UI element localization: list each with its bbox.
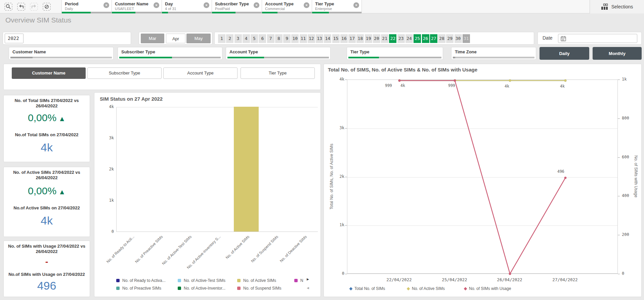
day-cell-21[interactable]: 21 <box>381 34 388 43</box>
chip-close-icon[interactable]: × <box>254 2 259 8</box>
chip-customer-name[interactable]: Customer NameUSAFLEET× <box>112 0 162 13</box>
chip-close-icon[interactable]: × <box>103 2 109 8</box>
kpi-change: - <box>4 256 90 267</box>
x-category-label: No. of Preactive SIMs <box>134 235 164 264</box>
chip-selection-bar <box>212 12 262 13</box>
chip-close-icon[interactable]: × <box>353 2 359 8</box>
tab-tier-type[interactable]: Tier Type <box>241 67 315 79</box>
filter-listbox-time-zone[interactable]: Time Zone <box>451 47 536 60</box>
chip-close-icon[interactable]: × <box>154 2 159 8</box>
month-may[interactable]: May <box>186 34 211 43</box>
date-input[interactable] <box>558 34 637 43</box>
selections-button[interactable]: Selections <box>590 0 644 13</box>
chip-close-icon[interactable]: × <box>204 2 209 8</box>
daily-toggle-button[interactable]: Daily <box>540 47 589 60</box>
kpi-subtitle: No.of Total SIMs on 27/04/2022 <box>6 132 87 137</box>
day-cell-8[interactable]: 8 <box>275 34 283 43</box>
x-category-label: No. of Suspend SIMs <box>250 235 279 263</box>
chip-value: Daily <box>65 7 109 11</box>
chip-tier-type[interactable]: Tier TypeEnterprise× <box>312 0 362 13</box>
day-cell-1[interactable]: 1 <box>218 34 225 43</box>
kpi-value: 496 <box>4 279 90 292</box>
data-point-no-of-sims-with-usage[interactable] <box>564 177 567 179</box>
day-cell-28[interactable]: 28 <box>438 34 445 43</box>
day-cell-23[interactable]: 23 <box>397 34 405 43</box>
x-category-label: No. of Deactive SIMs <box>279 235 308 263</box>
day-cell-15[interactable]: 15 <box>332 34 340 43</box>
day-cell-22[interactable]: 22 <box>389 34 396 43</box>
x-category-label: No. of Active-Inventory S... <box>186 235 221 270</box>
day-cell-31[interactable]: 31 <box>463 34 470 43</box>
day-cell-5[interactable]: 5 <box>251 34 258 43</box>
day-cell-16[interactable]: 16 <box>340 34 348 43</box>
chip-period[interactable]: PeriodDaily× <box>61 0 112 13</box>
day-cell-25[interactable]: 25 <box>414 34 421 43</box>
day-cell-26[interactable]: 26 <box>422 34 429 43</box>
chip-title: Subscriber Type <box>215 1 259 6</box>
kpi-value: 4k <box>4 141 90 154</box>
day-cell-7[interactable]: 7 <box>267 34 274 43</box>
day-cell-6[interactable]: 6 <box>259 34 266 43</box>
point-label: 999 <box>448 83 455 88</box>
day-cell-10[interactable]: 10 <box>291 34 299 43</box>
day-cell-12[interactable]: 12 <box>308 34 315 43</box>
filter-listbox-account-type[interactable]: Account Type <box>226 47 331 60</box>
point-label: 999 <box>385 83 392 88</box>
step-forward-icon[interactable] <box>28 2 40 12</box>
tab-subscriber-type[interactable]: Subscriber Type <box>87 67 162 79</box>
day-cell-9[interactable]: 9 <box>283 34 291 43</box>
kpi-card-no-of-total-sims-on-27-04-2022: No. of Total SIMs 27/04/2022 vs 26/04/20… <box>3 95 90 162</box>
data-point-no-of-sims-with-usage[interactable] <box>398 80 401 82</box>
day-cell-4[interactable]: 4 <box>243 34 250 43</box>
day-cell-20[interactable]: 20 <box>373 34 380 43</box>
filter-selection-bar <box>119 57 221 58</box>
selections-tool-icon <box>601 3 608 10</box>
smart-search-icon[interactable] <box>3 2 14 12</box>
filter-label: Customer Name <box>12 49 46 54</box>
chip-subscriber-type[interactable]: Subscriber TypePostPaid× <box>212 0 262 13</box>
tab-account-type[interactable]: Account Type <box>163 67 238 79</box>
bar-no-of-active-sims[interactable] <box>234 107 259 232</box>
step-back-icon[interactable] <box>15 2 27 12</box>
data-point-no-of-active-sims[interactable] <box>509 80 511 82</box>
filter-listbox-customer-name[interactable]: Customer Name <box>9 47 114 60</box>
day-cell-19[interactable]: 19 <box>365 34 372 43</box>
legend-next-icon[interactable]: ▶ <box>307 278 309 281</box>
day-cell-24[interactable]: 24 <box>405 34 413 43</box>
chip-day[interactable]: Day4 of 31× <box>162 0 212 13</box>
filter-listbox-tier-type[interactable]: Tier Type <box>347 47 443 60</box>
right-tick-label: 1k <box>622 77 627 82</box>
day-cell-2[interactable]: 2 <box>226 34 233 43</box>
month-mar[interactable]: Mar <box>141 34 164 43</box>
clear-selections-icon[interactable] <box>41 2 52 12</box>
month-apr[interactable]: Apr <box>166 34 185 43</box>
filter-listbox-subscriber-type[interactable]: Subscriber Type <box>118 47 222 60</box>
data-point-no-of-active-sims[interactable] <box>564 80 567 82</box>
chip-account-type[interactable]: Account TypeCommercial× <box>262 0 312 13</box>
filter-selection-bar <box>10 57 112 58</box>
legend-prev-icon[interactable]: ◀ <box>307 286 309 290</box>
sim-status-bar-chart: SIM Status on 27 Apr 2022 4k3k2k1k0No. o… <box>94 92 321 297</box>
monthly-toggle-button[interactable]: Monthly <box>593 47 642 60</box>
legend-marker <box>464 287 467 291</box>
day-cell-3[interactable]: 3 <box>234 34 242 43</box>
day-cell-30[interactable]: 30 <box>455 34 462 43</box>
day-cell-29[interactable]: 29 <box>446 34 454 43</box>
data-point-no-of-sims-with-usage[interactable] <box>454 80 456 82</box>
day-cell-17[interactable]: 17 <box>348 34 356 43</box>
chip-value: Enterprise <box>315 7 359 11</box>
day-cell-14[interactable]: 14 <box>324 34 331 43</box>
year-input[interactable]: 2022 <box>5 34 24 43</box>
tick-mark <box>345 225 347 226</box>
filter-selection-bar <box>348 57 441 58</box>
tick-mark <box>618 235 620 235</box>
legend-swatch <box>178 279 181 282</box>
day-cell-13[interactable]: 13 <box>316 34 323 43</box>
legend-swatch <box>237 279 241 282</box>
day-cell-18[interactable]: 18 <box>356 34 364 43</box>
day-cell-27[interactable]: 27 <box>430 34 437 43</box>
tab-customer-name[interactable]: Customer Name <box>12 67 86 79</box>
chip-close-icon[interactable]: × <box>304 2 309 8</box>
day-cell-11[interactable]: 11 <box>300 34 307 43</box>
data-point-no-of-sims-with-usage[interactable] <box>509 273 511 275</box>
